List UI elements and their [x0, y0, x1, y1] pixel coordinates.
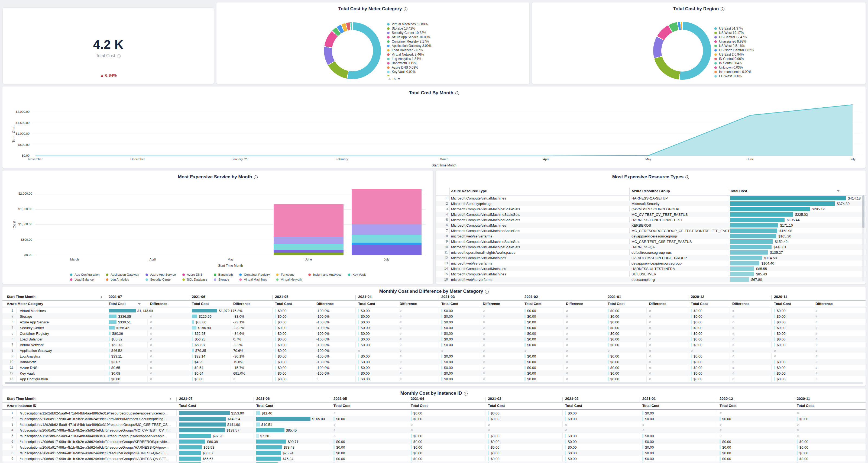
difference-header[interactable]: Difference — [732, 302, 750, 306]
legend-item[interactable]: SQL Database — [182, 278, 207, 281]
legend-item[interactable]: Container Registry — [240, 273, 270, 276]
legend-item[interactable]: Azure DNS 0.03% — [387, 65, 432, 70]
legend-item[interactable]: US West 2 5.18% — [714, 44, 754, 48]
bar-segment-security-center[interactable] — [352, 235, 422, 242]
legend-item[interactable]: Key Vault — [348, 273, 366, 276]
area-chart[interactable]: $2,000.00$1,500.00$1,000.00$500.00$0.00T… — [2, 86, 866, 168]
bar-segment-storage[interactable] — [352, 225, 422, 235]
total-cost-header[interactable]: Total Cost — [441, 302, 458, 306]
info-icon[interactable] — [117, 54, 121, 58]
table-row[interactable]: 8Application Gateway$46.52ø$79.3570.6%$0… — [2, 348, 866, 353]
legend-item[interactable] — [387, 74, 432, 76]
table-row[interactable]: 14Microsoft.Compute/virtualMachinesHARNE… — [436, 266, 866, 271]
legend-item[interactable]: Application Gateway — [106, 273, 139, 276]
total-cost-header[interactable]: Total Cost — [608, 302, 625, 306]
table-row[interactable]: 1Microsoft.Compute/virtualMachinesHARNES… — [436, 196, 866, 201]
legend-item[interactable]: US East 51.37% — [714, 26, 754, 31]
table-row[interactable]: 7/subscriptions/20d6a917-99fa-4b1b-9b2e-… — [2, 444, 866, 450]
prev-months-chevron-icon[interactable] — [170, 397, 172, 400]
difference-header[interactable]: Difference — [483, 302, 500, 306]
prev-months-chevron-icon[interactable] — [100, 295, 102, 298]
table-row[interactable]: 10Microsoft.Compute/virtualMachineScaleS… — [436, 244, 866, 250]
total-cost-header[interactable]: Total Cost — [774, 302, 791, 306]
meter-category-donut-chart[interactable] — [324, 22, 381, 79]
bar-segment-virtual-machines[interactable] — [274, 204, 343, 237]
legend-item[interactable]: IN Central 0.06% — [714, 57, 754, 61]
difference-header[interactable]: Difference — [566, 302, 583, 306]
table-row[interactable]: 3/subscriptions/12d2db62-5aa9-471d-84bb-… — [2, 422, 866, 427]
table-row[interactable]: 7Virtual Network$52.13ø$50.97-2.2%$0.00-… — [2, 342, 866, 348]
table-row[interactable]: 13microsoft.web/serverfarmsdevappservice… — [436, 261, 866, 266]
table-row[interactable]: 6/subscriptions/20d6a917-99fa-4b1b-9b2e-… — [2, 439, 866, 444]
table-row[interactable]: 5Microsoft.Compute/virtualMachineScaleSe… — [436, 217, 866, 223]
table-row[interactable]: 9Microsoft.Compute/virtualMachineScaleSe… — [436, 239, 866, 244]
legend-item[interactable]: Log Analytics 1.34% — [387, 57, 432, 61]
bar-segment-storage[interactable] — [274, 237, 343, 244]
legend-item[interactable]: Virtual Network 2.46% — [387, 52, 432, 57]
total-cost-header[interactable]: Total Cost — [797, 404, 814, 408]
info-icon[interactable] — [721, 7, 724, 11]
legend-item[interactable]: Azure DNS — [182, 273, 207, 276]
legend-item[interactable]: Key Vault 0.02% — [387, 70, 432, 74]
bar-segment-virtual-machines[interactable] — [352, 189, 422, 224]
bar-segment-application-gateway[interactable] — [274, 253, 343, 255]
legend-item[interactable]: Bandwidth — [214, 273, 233, 276]
legend-item[interactable]: US East 2 0.94% — [714, 52, 754, 57]
legend-item[interactable]: Functions — [276, 273, 302, 276]
difference-header[interactable]: Difference — [150, 302, 167, 306]
table-row[interactable]: 11microsoft.operationalinsights/workspac… — [436, 250, 866, 255]
total-cost-header[interactable]: Total Cost — [108, 302, 126, 306]
table-row[interactable]: 10/subscriptions/20d6a917-99fa-4b1b-9b2e… — [2, 461, 866, 463]
legend-item[interactable]: Storage — [214, 278, 233, 281]
horizontal-scrollbar[interactable] — [5, 382, 863, 384]
legend-item[interactable]: US West 19.17% — [714, 31, 754, 35]
table-row[interactable]: 4Microsoft.Compute/virtualMachineScaleSe… — [436, 212, 866, 217]
table-row[interactable]: 12Key Vault$0.08ø$0.64691.0%$0.00-100.0%… — [2, 370, 866, 376]
legend-item[interactable]: Insight and Analytics — [309, 273, 342, 276]
legend-item[interactable]: Application Gateway 3.00% — [387, 44, 432, 48]
bar-segment-azure-app-service[interactable] — [274, 250, 343, 253]
bar-segment-container-registry[interactable] — [352, 242, 422, 245]
table-row[interactable]: 3Azure App Service$330.51ø$88.80-73.1%$0… — [2, 319, 866, 325]
legend-page-down-icon[interactable] — [398, 78, 400, 80]
table-row[interactable]: 4Security Center$256.42ø$196.90-23.2%$0.… — [2, 325, 866, 330]
legend-item[interactable]: EU West 0.00% — [714, 74, 754, 78]
total-cost-header[interactable]: Total Cost — [411, 404, 428, 408]
area-series[interactable] — [32, 103, 862, 156]
scrollbar-thumb[interactable] — [862, 196, 865, 228]
total-cost-header[interactable]: Total Cost — [179, 404, 196, 408]
table-row[interactable]: 2Microsoft.Security/pricingsMicrosoft.Se… — [436, 201, 866, 206]
table-row[interactable]: 2Storage$336.85ø$225.59-33.0%$0.00-100.0… — [2, 313, 866, 319]
total-cost-header[interactable]: Total Cost — [719, 404, 737, 408]
table-row[interactable]: 9/subscriptions/20d6a917-99fa-4b1b-9b2e-… — [2, 456, 866, 461]
table-row[interactable]: 10Bandwidth$3.67ø$4.2515.8%$0.00-100.0%$… — [2, 359, 866, 365]
total-cost-header[interactable]: Total Cost — [358, 302, 375, 306]
total-cost-header[interactable]: Total Cost — [565, 404, 582, 408]
legend-item[interactable]: Security Center — [146, 278, 176, 281]
legend-item[interactable]: Log Analytics — [106, 278, 139, 281]
total-cost-header[interactable]: Total Cost — [256, 404, 273, 408]
total-cost-header[interactable]: Total Cost — [334, 404, 350, 408]
difference-header[interactable]: Difference — [649, 302, 666, 306]
difference-header[interactable]: Difference — [400, 302, 417, 306]
total-cost-header[interactable]: Total Cost — [275, 302, 292, 306]
total-cost-header[interactable]: Total Cost — [192, 302, 209, 306]
legend-item[interactable]: Load Balancer 2.67% — [387, 48, 432, 52]
table-row[interactable]: 3Microsoft.Compute/virtualMachineScaleSe… — [436, 206, 866, 212]
difference-header[interactable]: Difference — [815, 302, 833, 306]
column-header-cost[interactable]: Total Cost — [730, 189, 747, 193]
legend-item[interactable]: Virtual Machines — [240, 278, 270, 281]
table-row[interactable]: 13App Configuration$0.00ø$0.00ø$0.00ø$0.… — [2, 376, 866, 382]
table-row[interactable]: 8/subscriptions/20d6a917-99fa-4b1b-9b2e-… — [2, 450, 866, 456]
table-row[interactable]: 6Load Balancer$55.82ø$56.230.7%$0.00-100… — [2, 336, 866, 342]
legend-item[interactable]: Virtual Machines 52.88% — [387, 22, 432, 26]
legend-item[interactable]: US Central 12.47% — [714, 35, 754, 39]
table-row[interactable]: 16microsoft.web/serverfarmsdocexample-rg… — [436, 277, 866, 282]
table-row[interactable]: 12Microsoft.Compute/virtualMachinesQA-AU… — [436, 255, 866, 261]
vertical-scrollbar[interactable] — [862, 196, 865, 281]
legend-item[interactable]: IN South 0.04% — [714, 61, 754, 65]
legend-item[interactable]: Load Balancer — [70, 278, 99, 281]
legend-item[interactable]: Security Center 10.82% — [387, 31, 432, 35]
region-donut-chart[interactable] — [653, 22, 711, 80]
sort-chevron-down-icon[interactable] — [138, 303, 141, 305]
